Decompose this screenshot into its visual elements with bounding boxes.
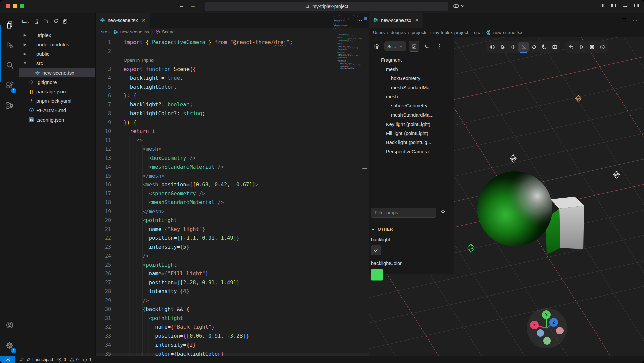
scene-tree-item-meshStandardMa---[interactable]: meshStandardMa... [369,83,454,92]
scene-tree-item-mesh[interactable]: mesh [369,64,454,74]
eraser-icon[interactable] [440,208,446,214]
file-tree-item-README.md[interactable]: README.md [19,105,95,115]
lighting-toggle[interactable] [539,42,549,52]
file-tree-item-src[interactable]: ▼src [19,58,95,68]
scene-tree-item-PerspectiveCamera[interactable]: PerspectiveCamera [369,147,454,156]
transform-tool[interactable] [529,42,539,52]
scale-tool[interactable] [518,42,529,52]
activity-bar-account[interactable] [0,316,19,334]
back-light-gizmo[interactable] [575,95,581,102]
new-folder-button[interactable] [43,18,49,24]
customize-layout-button[interactable] [599,3,605,8]
nav-axis-y[interactable]: Y [542,310,551,319]
toggle-sidebar-button[interactable] [611,3,616,8]
remote-indicator[interactable]: >< [0,356,15,363]
breadcrumb[interactable]: src›new-scene.tsx›Scene [96,28,369,35]
undo-button[interactable] [566,42,576,52]
nav-axis-x[interactable]: X [530,321,539,329]
edit-scene-button[interactable] [409,41,419,52]
breadcrumb-item[interactable]: douges [391,30,406,35]
file-tree-item-.triplex[interactable]: ▶.triplex [19,30,95,40]
activity-bar-files[interactable] [0,16,19,34]
scene-more-button[interactable] [435,41,445,51]
scene-tree-item-boxGeometry[interactable]: boxGeometry [369,74,454,83]
navigate-forward-button[interactable]: → [189,2,197,9]
toggle-secondary-sidebar-button[interactable] [634,3,639,8]
selected-light-gizmo[interactable] [468,244,475,252]
filter-props-input[interactable] [371,208,436,218]
fill-light-gizmo[interactable] [613,171,620,178]
grid-toggle[interactable] [549,42,560,52]
scene-tree-item-meshStandardMa---[interactable]: meshStandardMa... [369,110,454,120]
split-editor-button[interactable] [621,17,627,23]
file-tree-item-pnpm-lock.yaml[interactable]: !pnpm-lock.yaml [19,96,95,105]
collapse-folders-button[interactable] [63,18,68,24]
breadcrumb-item[interactable]: Scene [162,29,175,34]
minimize-window-button[interactable] [13,4,17,8]
scene-search-button[interactable] [422,41,432,51]
launchpad-status-item[interactable]: Launchpad [19,357,53,362]
tab-new-scene[interactable]: new-scene.tsx ✕ [96,13,150,28]
chevron-down-icon[interactable] [371,227,375,231]
problems-status-item[interactable]: 0 0 1 [57,357,92,362]
scene-tree-item-mesh[interactable]: mesh [369,92,454,101]
refresh-explorer-button[interactable] [53,18,59,24]
activity-bar-remote-hierarchy[interactable] [0,97,19,114]
scene-layers-button[interactable] [372,41,382,51]
breadcrumb-item[interactable]: new-scene.tsx [120,29,149,34]
scene-select-dropdown[interactable]: Sc... [384,41,406,51]
minimap[interactable]: import { PerspectiveCamera } from "@reac… [333,15,362,69]
navigate-back-button[interactable]: ← [178,2,186,9]
world-space-tool[interactable] [487,42,497,52]
new-file-button[interactable] [34,18,39,24]
copilot-menu[interactable] [453,3,465,9]
breadcrumb-item[interactable]: projects [412,30,427,35]
breadcrumb-item[interactable]: my-triplex-project [433,30,468,35]
close-panel-tab-icon[interactable]: ✕ [415,17,419,24]
scene-tree-item-sphereGeometry[interactable]: sphereGeometry [369,101,454,110]
breadcrumb-item[interactable]: new-scene.tsx [493,30,522,35]
toggle-panel-button[interactable] [622,3,628,8]
sphere-mesh[interactable] [477,171,552,246]
help-button[interactable] [597,42,607,52]
sash-drag-handle[interactable] [362,168,367,171]
file-tree-item-public[interactable]: ▶public [19,49,95,58]
file-tree-item-package.json[interactable]: {}package.json [19,87,95,96]
translate-tool[interactable] [508,42,518,52]
breadcrumb-item[interactable]: src [101,29,107,34]
activity-bar-search[interactable] [0,56,19,74]
breadcrumb-item[interactable]: src [474,30,480,35]
zoom-window-button[interactable] [20,4,24,8]
code-editor[interactable]: 1import { PerspectiveCamera } from "@rea… [96,35,369,356]
close-tab-icon[interactable]: ✕ [141,17,146,24]
command-center-search[interactable]: my-triplex-project [205,2,448,11]
play-button[interactable] [576,42,587,52]
section-other-header[interactable]: OTHER [378,227,393,232]
settings-button[interactable] [587,42,597,52]
panel-more-actions-button[interactable] [632,17,638,24]
scene-tree-item-Key-light--pointLight-[interactable]: Key light (pointLight) [369,120,454,129]
key-light-gizmo[interactable] [510,155,516,162]
activity-bar-run-debug[interactable] [0,36,19,54]
activity-bar-settings-gear[interactable]: 1 [0,336,19,354]
nav-axis-neg-y[interactable] [543,337,551,345]
viewport-navigation-gizmo[interactable]: X Y Z [527,308,567,348]
file-tree-item-tsconfig.json[interactable]: TStsconfig.json [19,115,95,124]
panel-breadcrumb[interactable]: Users›douges›projects›my-triplex-project… [373,28,644,37]
panel-tab-new-scene[interactable]: new-scene.tsx ✕ [369,13,423,28]
breadcrumb-item[interactable]: Users [373,30,385,35]
backlight-color-swatch[interactable] [371,269,383,281]
close-window-button[interactable] [6,4,10,8]
nav-axis-neg-x[interactable] [556,327,564,334]
scene-tree-item-Back-light--pointLig---[interactable]: Back light (pointLig... [369,138,454,147]
explorer-more-actions-button[interactable] [72,18,78,24]
scene-tree-item-Fragment[interactable]: Fragment [369,55,454,64]
nav-axis-z[interactable]: Z [549,318,558,327]
scene-tree-item-Fill-light--pointLight-[interactable]: Fill light (pointLight) [369,129,454,138]
file-tree-item-new-scene.tsx[interactable]: new-scene.tsx [19,68,95,77]
select-tool[interactable] [497,42,508,52]
file-tree-item-.gitignore[interactable]: .gitignore [19,77,95,87]
codelens[interactable]: Open in Triplex [96,56,154,65]
backlight-checkbox[interactable] [371,245,381,255]
activity-bar-extensions[interactable]: 1 [0,77,19,94]
